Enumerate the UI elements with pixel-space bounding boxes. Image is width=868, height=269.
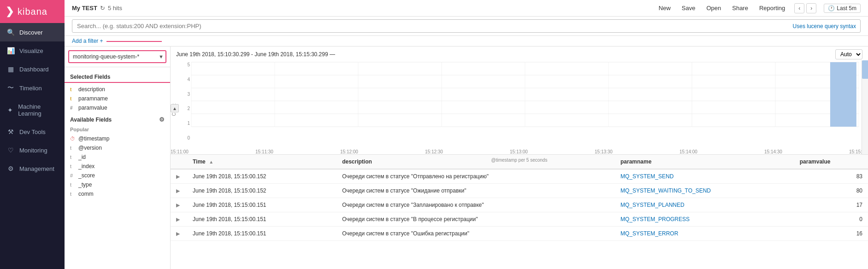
time-picker[interactable]: 🕐 Last 5m [824, 4, 861, 13]
avail-field-type[interactable]: t _type [65, 180, 170, 189]
table-header-description[interactable]: description [337, 155, 615, 169]
cell-paramname: MQ_SYSTEM_PLANNED [615, 198, 794, 212]
avail-field-name-id: _id [78, 154, 86, 160]
dashboard-icon: ▦ [6, 65, 15, 73]
sidebar-item-timelion[interactable]: 〜 Timelion [0, 78, 65, 98]
avail-field-id[interactable]: t _id [65, 152, 170, 162]
expand-row-button[interactable]: ▶ [176, 188, 182, 194]
chart-svg [191, 62, 859, 127]
cell-description: Очереди систем в статусе "Ошибка регистр… [337, 227, 615, 241]
search-input-wrap: Uses lucene query syntax [72, 19, 861, 33]
avail-field-comm[interactable]: t comm [65, 189, 170, 199]
table-header-time[interactable]: Time ▲ [187, 155, 337, 169]
sidebar-nav: 🔍 Discover 📊 Visualize ▦ Dashboard 〜 Tim… [0, 23, 65, 269]
cell-time: June 19th 2018, 15:15:00.151 [187, 227, 337, 241]
table-header-expand [171, 155, 187, 169]
sidebar: ❯ kibana 🔍 Discover 📊 Visualize ▦ Dashbo… [0, 0, 65, 269]
filter-bar: Add a filter + [65, 36, 868, 47]
management-icon: ⚙ [6, 165, 15, 172]
field-t-icon: t [70, 164, 77, 169]
app-container: ❯ kibana 🔍 Discover 📊 Visualize ▦ Dashbo… [0, 0, 868, 269]
open-button[interactable]: Open [704, 4, 723, 12]
table-row: ▶ June 19th 2018, 15:15:00.151 Очереди с… [171, 198, 868, 212]
timestamp-icon: ⏱ [70, 136, 77, 141]
content: monitoring-queue-system-* ▼ Selected Fie… [65, 47, 868, 269]
sidebar-item-dashboard[interactable]: ▦ Dashboard [0, 60, 65, 78]
expand-row-button[interactable]: ▶ [176, 231, 182, 237]
save-button[interactable]: Save [680, 4, 697, 12]
sidebar-item-monitoring[interactable]: ♡ Monitoring [0, 141, 65, 159]
field-name-paramname: paramname [78, 95, 108, 102]
sidebar-item-ml[interactable]: ✦ Machine Learning [0, 98, 65, 123]
main: My TEST ↻ 5 hits New Save Open Share Rep… [65, 0, 868, 269]
available-fields-title: Available Fields ⚙ [65, 112, 170, 125]
cell-time: June 19th 2018, 15:15:00.151 [187, 198, 337, 212]
expand-row-button[interactable]: ▶ [176, 216, 182, 222]
cell-description: Очереди систем в статусе "Запланировано … [337, 198, 615, 212]
add-filter-icon: + [100, 38, 103, 44]
avail-field-name-comm: comm [78, 191, 94, 197]
sidebar-item-management[interactable]: ⚙ Management [0, 159, 65, 178]
sidebar-item-visualize-label: Visualize [19, 47, 43, 54]
cell-description: Очереди систем в статусе "Отправлено на … [337, 169, 615, 184]
gear-icon[interactable]: ⚙ [159, 116, 165, 123]
chart-scrollbar-thumb [862, 60, 868, 79]
x-label-0: 15:11:00 [171, 149, 189, 154]
ml-icon: ✦ [6, 106, 13, 114]
toolbar-left: My TEST ↻ 5 hits [72, 5, 122, 12]
search-bar: Uses lucene query syntax [65, 17, 868, 36]
y-label-5: 5 [187, 62, 190, 67]
selected-field-paramname[interactable]: t paramname [65, 94, 170, 103]
y-label-2: 2 [187, 106, 190, 111]
expand-row-button[interactable]: ▶ [176, 202, 182, 208]
cell-paramvalue: 83 [794, 169, 868, 184]
avail-field-index[interactable]: t _index [65, 162, 170, 171]
table-header-paramname[interactable]: paramname [615, 155, 794, 169]
nav-prev-button[interactable]: ‹ [794, 3, 804, 13]
avail-field-name-type: _type [78, 181, 92, 188]
x-label-7: 15:14:30 [764, 149, 782, 154]
avail-field-version[interactable]: t @version [65, 143, 170, 152]
cell-description: Очереди систем в статусе "В процессе рег… [337, 212, 615, 227]
selected-field-description[interactable]: t description [65, 85, 170, 94]
add-filter-link[interactable]: Add a filter + [72, 38, 103, 44]
logo: ❯ kibana [0, 0, 65, 23]
expand-row-button[interactable]: ▶ [176, 174, 182, 180]
field-t-icon: t [70, 191, 77, 197]
y-label-0: 0 [187, 135, 190, 140]
table-header-paramvalue[interactable]: paramvalue [794, 155, 868, 169]
sidebar-item-discover-label: Discover [19, 29, 43, 36]
interval-dropdown[interactable]: Auto [835, 49, 862, 59]
sidebar-item-timelion-label: Timelion [19, 85, 42, 92]
share-button[interactable]: Share [730, 4, 750, 12]
chart-collapse-button[interactable]: ▲ [171, 104, 179, 112]
new-button[interactable]: New [657, 4, 673, 12]
cell-paramvalue: 16 [794, 227, 868, 241]
index-pattern-select: monitoring-queue-system-* ▼ [65, 47, 170, 67]
chart-bar [830, 62, 856, 127]
field-name-paramvalue: paramvalue [78, 105, 107, 111]
chart-scrollbar[interactable] [862, 60, 868, 154]
field-t-icon: t [70, 154, 77, 160]
sidebar-item-discover[interactable]: 🔍 Discover [0, 23, 65, 41]
cell-time: June 19th 2018, 15:15:00.151 [187, 212, 337, 227]
avail-field-score[interactable]: # _score [65, 171, 170, 180]
reload-icon[interactable]: ↻ [100, 5, 105, 12]
field-type-t: t [70, 96, 77, 101]
x-label-4: 15:13:00 [510, 149, 528, 154]
reporting-button[interactable]: Reporting [757, 4, 787, 12]
selected-field-paramvalue[interactable]: # paramvalue [65, 103, 170, 112]
avail-field-timestamp[interactable]: ⏱ @timestamp [65, 134, 170, 143]
sidebar-item-devtools[interactable]: ⚒ Dev Tools [0, 123, 65, 141]
lucene-link[interactable]: Uses lucene query syntax [793, 23, 856, 29]
index-pattern-dropdown[interactable]: monitoring-queue-system-* [68, 50, 166, 63]
sidebar-item-ml-label: Machine Learning [18, 103, 58, 117]
sidebar-item-visualize[interactable]: 📊 Visualize [0, 41, 65, 60]
discover-icon: 🔍 [6, 29, 15, 36]
field-hash-icon: # [70, 173, 77, 178]
search-input[interactable] [72, 19, 861, 33]
sidebar-item-management-label: Management [19, 165, 54, 172]
nav-next-button[interactable]: › [806, 3, 816, 13]
cell-paramname: MQ_SYSTEM_PROGRESS [615, 212, 794, 227]
field-t-icon: t [70, 182, 77, 187]
